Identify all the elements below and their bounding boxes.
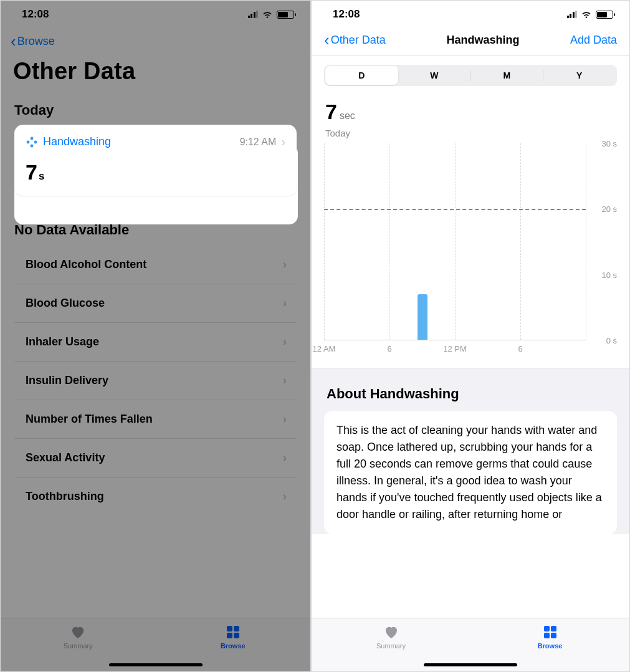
- chevron-right-icon: ›: [283, 451, 287, 464]
- nav-title: Handwashing: [405, 34, 561, 47]
- wifi-icon: [262, 11, 273, 19]
- status-time: 12:08: [22, 8, 49, 21]
- screen-other-data: 12:08 ‹ Browse Other Data Today Handwash…: [0, 0, 311, 672]
- metric-subtitle: Today: [325, 128, 616, 138]
- x-tick-label: 12 PM: [443, 344, 467, 353]
- list-item[interactable]: Blood Glucose›: [14, 284, 297, 323]
- handwashing-chart[interactable]: 0 s10 s20 s30 s 12 AM612 PM6: [324, 143, 617, 355]
- x-tick-label: 6: [518, 344, 522, 353]
- segment-year[interactable]: Y: [543, 66, 616, 85]
- segment-week[interactable]: W: [398, 66, 471, 85]
- about-section: About Handwashing This is the act of cle…: [312, 368, 629, 534]
- status-icons: [248, 11, 295, 19]
- chevron-right-icon: ›: [283, 258, 287, 271]
- back-button[interactable]: ‹ Other Data: [324, 32, 405, 48]
- chevron-left-icon: ‹: [11, 33, 16, 49]
- metric-value: 7: [325, 100, 337, 124]
- svg-rect-11: [551, 633, 556, 638]
- battery-icon: [277, 11, 294, 19]
- heart-icon: [383, 625, 399, 640]
- metric-unit: sec: [340, 110, 355, 121]
- tab-label: Browse: [221, 642, 246, 650]
- chart-container: 0 s10 s20 s30 s 12 AM612 PM6: [312, 138, 629, 368]
- svg-rect-6: [227, 633, 232, 638]
- list-item[interactable]: Sexual Activity›: [14, 439, 297, 478]
- cellular-icon: [248, 11, 259, 18]
- list-label: Insulin Delivery: [26, 374, 283, 387]
- nav-bar: ‹ Other Data Handwashing Add Data: [312, 28, 629, 56]
- chevron-right-icon: ›: [283, 413, 287, 426]
- chart-bar[interactable]: [418, 294, 427, 340]
- chevron-right-icon: ›: [283, 335, 287, 348]
- reference-line: [324, 209, 586, 210]
- grid-line: [455, 143, 456, 340]
- status-bar: 12:08: [1, 1, 310, 28]
- list-item[interactable]: Toothbrushing›: [14, 478, 297, 516]
- grid-line: [586, 143, 586, 340]
- svg-point-1: [31, 144, 34, 147]
- value-unit: s: [39, 170, 44, 182]
- status-time: 12:08: [333, 8, 360, 21]
- svg-rect-4: [227, 626, 232, 631]
- list-item[interactable]: Insulin Delivery›: [14, 362, 297, 400]
- about-body: This is the act of cleaning your hands w…: [324, 411, 617, 534]
- tab-bar: Summary Browse: [1, 618, 310, 671]
- section-today: Today: [1, 95, 310, 125]
- section-nodata: No Data Available: [1, 196, 310, 246]
- list-item[interactable]: Blood Alcohol Content›: [14, 246, 297, 284]
- add-data-button[interactable]: Add Data: [561, 34, 617, 47]
- tab-label: Browse: [538, 642, 563, 650]
- chevron-right-icon: ›: [283, 490, 287, 503]
- grid-line: [389, 143, 390, 340]
- chevron-left-icon: ‹: [324, 32, 330, 48]
- grid-icon: [543, 625, 558, 640]
- y-tick-label: 10 s: [601, 270, 617, 279]
- svg-point-0: [31, 137, 34, 140]
- tab-label: Summary: [376, 642, 406, 650]
- y-tick-label: 30 s: [601, 139, 617, 148]
- card-title: Handwashing: [43, 135, 240, 148]
- cellular-icon: [567, 11, 578, 18]
- svg-rect-5: [234, 626, 239, 631]
- tab-bar: Summary Browse: [312, 618, 629, 671]
- nav-bar: ‹ Browse: [1, 28, 310, 55]
- list-label: Number of Times Fallen: [26, 413, 283, 426]
- list-item[interactable]: Number of Times Fallen›: [14, 400, 297, 439]
- wifi-icon: [581, 11, 592, 19]
- handwashing-card[interactable]: Handwashing 9:12 AM › 7s: [14, 125, 297, 196]
- chevron-right-icon: ›: [283, 297, 287, 310]
- svg-rect-8: [544, 626, 550, 631]
- card-value: 7s: [26, 160, 285, 185]
- list-label: Blood Glucose: [26, 297, 283, 310]
- x-tick-label: 6: [387, 344, 391, 353]
- segment-day[interactable]: D: [325, 66, 398, 85]
- svg-point-3: [34, 140, 37, 143]
- svg-rect-10: [544, 633, 550, 638]
- svg-point-2: [27, 140, 30, 143]
- back-button[interactable]: ‹ Browse: [11, 33, 55, 49]
- nodata-list: Blood Alcohol Content› Blood Glucose› In…: [14, 246, 297, 516]
- list-label: Toothbrushing: [26, 490, 283, 503]
- time-range-segment: D W M Y: [324, 65, 617, 86]
- list-label: Sexual Activity: [26, 451, 283, 464]
- chevron-right-icon: ›: [283, 374, 287, 387]
- grid-line: [324, 143, 325, 340]
- list-label: Blood Alcohol Content: [26, 258, 283, 271]
- back-label: Other Data: [331, 34, 386, 47]
- handwashing-icon: [26, 136, 38, 148]
- status-icons: [567, 11, 614, 19]
- home-indicator: [424, 663, 517, 666]
- x-tick-label: 12 AM: [313, 344, 336, 353]
- list-label: Inhaler Usage: [26, 335, 283, 348]
- tab-label: Summary: [64, 642, 93, 650]
- value-number: 7: [26, 160, 37, 184]
- status-bar: 12:08: [312, 1, 629, 28]
- list-item[interactable]: Inhaler Usage›: [14, 323, 297, 362]
- screen-handwashing-detail: 12:08 ‹ Other Data Handwashing Add Data …: [311, 0, 630, 672]
- page-title: Other Data: [1, 55, 310, 95]
- y-tick-label: 20 s: [601, 204, 617, 214]
- about-title: About Handwashing: [312, 386, 629, 411]
- segment-month[interactable]: M: [470, 66, 543, 85]
- grid-line: [520, 143, 521, 340]
- y-tick-label: 0 s: [606, 336, 617, 345]
